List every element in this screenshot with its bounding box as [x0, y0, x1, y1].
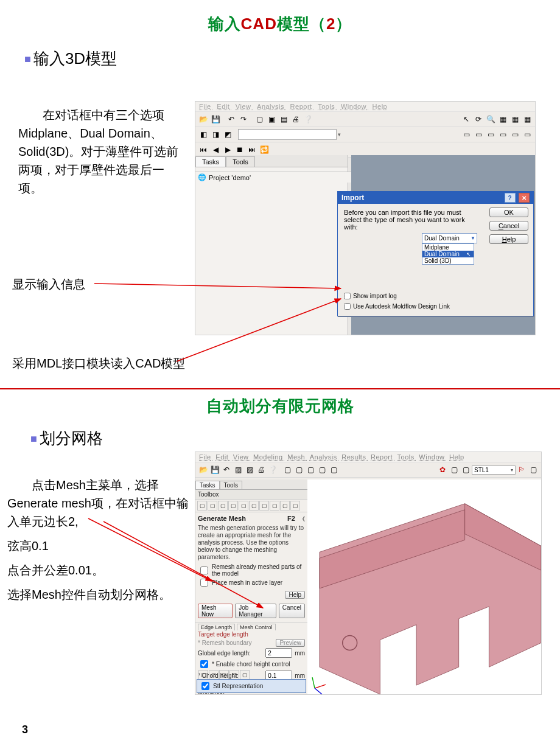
- icon[interactable]: ▢: [240, 670, 250, 680]
- ok-button[interactable]: OK: [489, 207, 528, 217]
- cube-icon[interactable]: ▨: [233, 464, 243, 475]
- save-icon[interactable]: 💾: [210, 114, 221, 125]
- print-icon[interactable]: 🖨: [290, 114, 301, 125]
- option-midplane[interactable]: Midplane: [422, 244, 474, 251]
- play-icon[interactable]: ▶: [222, 144, 233, 155]
- view-icon[interactable]: ▭: [497, 129, 508, 140]
- tab-tools[interactable]: Tools: [226, 156, 255, 167]
- menu-file[interactable]: File: [199, 103, 211, 110]
- menubar2[interactable]: File Edit View Modeling Mesh Analysis Re…: [195, 452, 541, 462]
- menu-mesh[interactable]: Mesh: [287, 453, 305, 461]
- undo-icon[interactable]: ↶: [221, 464, 232, 475]
- tool-icon[interactable]: ▢: [254, 114, 265, 125]
- show-import-log-checkbox[interactable]: Show import log: [344, 293, 527, 299]
- stop-icon[interactable]: ⏹: [234, 144, 245, 155]
- tbx-icon[interactable]: ▢: [239, 501, 248, 511]
- checkbox-chord[interactable]: [200, 660, 208, 668]
- redo-icon[interactable]: ↷: [238, 114, 249, 125]
- project-bar[interactable]: 🌐 Project 'demo': [195, 172, 352, 183]
- cancel-button[interactable]: Cancel: [489, 221, 528, 231]
- view-icon[interactable]: ▭: [461, 129, 472, 140]
- icon[interactable]: ▢: [209, 670, 219, 680]
- checkbox-showlog[interactable]: [344, 293, 351, 299]
- view-icon[interactable]: ▭: [485, 129, 496, 140]
- open-icon[interactable]: 📂: [198, 114, 209, 125]
- tbx-icon[interactable]: ▢: [208, 501, 217, 511]
- loop-icon[interactable]: 🔁: [259, 144, 270, 155]
- next-icon[interactable]: ⏭: [247, 144, 257, 155]
- opt-active-layer[interactable]: Place mesh in active layer: [195, 577, 307, 588]
- global-edge-input[interactable]: [265, 648, 292, 658]
- menu-file[interactable]: File: [199, 453, 211, 461]
- cube-icon[interactable]: ◩: [222, 129, 233, 140]
- help-icon[interactable]: ❔: [267, 464, 278, 475]
- dialog-help-icon[interactable]: ?: [505, 193, 516, 203]
- zoom-icon[interactable]: 🔍: [485, 114, 496, 125]
- tool-icon[interactable]: ▢: [317, 464, 327, 475]
- menu-edit[interactable]: Edit: [215, 453, 228, 461]
- checkbox-active[interactable]: [200, 579, 208, 587]
- help-icon[interactable]: ❔: [303, 114, 313, 125]
- option-solid-3d[interactable]: Solid (3D): [422, 257, 474, 264]
- tbx-icon[interactable]: ▢: [280, 501, 290, 511]
- save-icon[interactable]: 💾: [209, 464, 220, 475]
- back-icon[interactable]: ◀: [210, 144, 221, 155]
- tbx-icon[interactable]: ▢: [290, 501, 300, 511]
- tbx-icon[interactable]: ▢: [228, 501, 238, 511]
- tab-tasks[interactable]: Tasks: [195, 156, 226, 167]
- chevron-icon[interactable]: 《: [299, 516, 305, 522]
- view-icon[interactable]: ▭: [473, 129, 484, 140]
- tool-icon[interactable]: ▣: [266, 114, 277, 125]
- menu-window[interactable]: Window: [419, 453, 444, 461]
- menu-view[interactable]: View: [236, 103, 251, 110]
- menu-help[interactable]: Help: [449, 453, 464, 461]
- tool-icon[interactable]: ▢: [282, 464, 293, 475]
- tool-icon[interactable]: ▢: [293, 464, 304, 475]
- menu-report[interactable]: Report: [371, 453, 393, 461]
- view-icon[interactable]: ▭: [522, 129, 533, 140]
- menu-analysis[interactable]: Analysis: [310, 453, 337, 461]
- tab-tasks[interactable]: Tasks: [195, 481, 220, 489]
- open-icon[interactable]: 📂: [198, 464, 209, 475]
- tab-tools[interactable]: Tools: [220, 481, 242, 489]
- tool-icon[interactable]: ▢: [328, 464, 339, 475]
- tool-icon[interactable]: ▢: [460, 464, 471, 475]
- close-icon[interactable]: ✕: [519, 193, 530, 203]
- cog-icon[interactable]: ✿: [437, 464, 448, 475]
- opt-remesh[interactable]: Remesh already meshed parts of the model: [195, 563, 307, 577]
- grid-icon[interactable]: ▦: [509, 114, 520, 125]
- checkbox-remesh[interactable]: [200, 566, 208, 574]
- tbx-icon[interactable]: ▢: [218, 501, 228, 511]
- view-icon[interactable]: ▭: [509, 129, 520, 140]
- checkbox-stl[interactable]: [201, 682, 209, 690]
- option-dual-domain[interactable]: Dual Domain ↖: [422, 251, 474, 257]
- menu-modeling[interactable]: Modeling: [253, 453, 283, 461]
- tool-icon[interactable]: ▢: [305, 464, 316, 475]
- menu-tools[interactable]: Tools: [397, 453, 415, 461]
- flag-icon[interactable]: 🏳: [516, 464, 527, 475]
- tbx-icon[interactable]: ▢: [259, 501, 269, 511]
- tool-icon[interactable]: ▢: [449, 464, 460, 475]
- menu-edit[interactable]: Edit: [217, 103, 229, 110]
- cube-icon[interactable]: ◨: [210, 129, 221, 140]
- menu-view[interactable]: View: [233, 453, 249, 461]
- menu-tools[interactable]: Tools: [318, 103, 335, 110]
- cancel-button[interactable]: Cancel: [279, 604, 305, 618]
- menu-window[interactable]: Window: [341, 103, 366, 110]
- cursor-icon[interactable]: ↖: [461, 114, 472, 125]
- help-button[interactable]: Help: [489, 234, 528, 244]
- tool-icon[interactable]: ▤: [278, 114, 289, 125]
- viewport[interactable]: [307, 479, 541, 694]
- tab-edge-length[interactable]: Edge Length: [198, 624, 235, 630]
- stl-representation-row[interactable]: Stl Representation: [197, 679, 306, 693]
- mesh-type-list[interactable]: Midplane Dual Domain ↖ Solid (3D): [422, 243, 474, 265]
- print-icon[interactable]: 🖨: [256, 464, 267, 475]
- tool-icon[interactable]: ▢: [528, 464, 539, 475]
- tbx-icon[interactable]: ▢: [249, 501, 259, 511]
- grid-icon[interactable]: ▦: [497, 114, 508, 125]
- menu-analysis[interactable]: Analysis: [257, 103, 284, 110]
- rotate-icon[interactable]: ⟳: [473, 114, 484, 125]
- undo-icon[interactable]: ↶: [226, 114, 237, 125]
- prev-icon[interactable]: ⏮: [198, 144, 209, 155]
- menu-help[interactable]: Help: [373, 103, 388, 110]
